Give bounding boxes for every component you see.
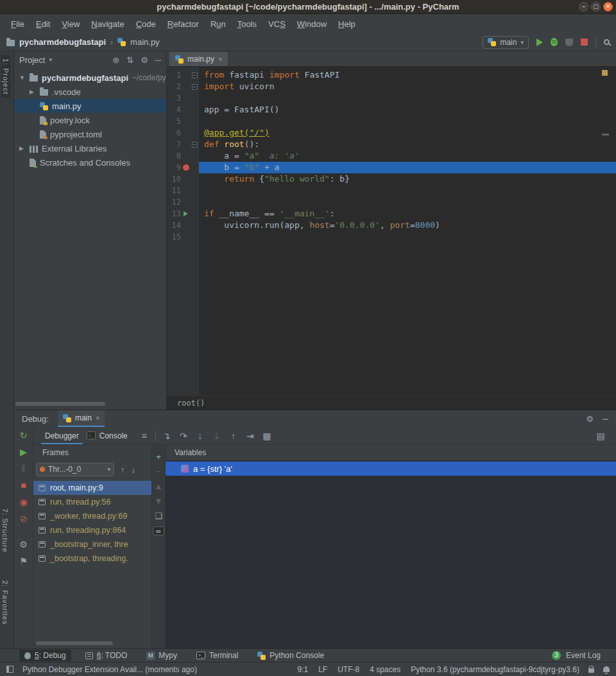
view-tab-debugger[interactable]: Debugger	[41, 427, 83, 444]
toolwindow-5-debug[interactable]: 5: Debug	[19, 650, 71, 661]
notifications-bell-icon[interactable]	[603, 666, 610, 672]
code-editor[interactable]: 1−from fastapi import FastAPI2−import uv…	[167, 67, 616, 395]
frame-row[interactable]: run, thread.py:56	[33, 495, 151, 509]
frame-row[interactable]: _bootstrap_inner, thre	[33, 537, 151, 551]
frame-down-icon[interactable]: ↓	[132, 465, 136, 474]
status-lf[interactable]: LF	[318, 665, 327, 674]
frame-row[interactable]: run, threading.py:864	[33, 523, 151, 537]
code-line-8[interactable]: 8 a = "a" a: 'a'	[167, 150, 616, 162]
toolwindow-toggle-icon[interactable]	[6, 666, 13, 673]
view-tab-console[interactable]: ›_Console	[83, 427, 132, 444]
rerun-icon[interactable]: ↻	[20, 431, 28, 440]
settings-icon[interactable]: ⚙	[19, 540, 28, 549]
status-python[interactable]: Python 3.6 (pycharmdebugfastapi-9cdjtyrg…	[411, 665, 579, 674]
show-execution-point-icon[interactable]: ↴	[159, 431, 175, 440]
coverage-button[interactable]	[565, 39, 573, 46]
force-step-into-icon[interactable]: ⇣	[209, 431, 225, 440]
tree-arrow-icon[interactable]: ▶	[19, 145, 30, 152]
code-line-6[interactable]: 6@app.get("/")	[167, 127, 616, 139]
tree-item-poetry-lock[interactable]: poetry.lock	[14, 113, 166, 127]
breadcrumb-file[interactable]: main.py	[130, 37, 160, 47]
tree-item-scratches-and-consoles[interactable]: Scratches and Consoles	[14, 155, 166, 169]
gutter-line-11[interactable]: 11	[167, 185, 199, 196]
tree-item--vscode[interactable]: ▶.vscode	[14, 85, 166, 99]
menu-help[interactable]: Help	[332, 19, 361, 29]
fold-icon[interactable]: −	[192, 73, 198, 78]
code-line-1[interactable]: 1−from fastapi import FastAPI	[167, 69, 616, 81]
restore-layout-icon[interactable]: ≡	[137, 431, 152, 440]
breakpoint-icon[interactable]	[183, 164, 189, 171]
minimize-button[interactable]: –	[579, 2, 588, 12]
thread-selector[interactable]: Thr...-0_0 ▾	[36, 463, 114, 476]
search-icon[interactable]	[604, 39, 610, 45]
run-button[interactable]	[536, 39, 543, 46]
frame-row[interactable]: _worker, thread.py:69	[33, 509, 151, 523]
code-line-9[interactable]: 9 b = "b" + a	[167, 162, 616, 173]
up-icon[interactable]: ▲	[155, 482, 163, 490]
layout-icon[interactable]: ▤	[593, 431, 608, 440]
lock-icon[interactable]	[588, 668, 594, 673]
step-into-icon[interactable]: ↓	[193, 431, 208, 440]
menu-file[interactable]: File	[5, 19, 30, 29]
gutter-line-2[interactable]: 2−	[167, 81, 199, 92]
pause-icon[interactable]: ‖	[22, 464, 26, 473]
code-line-14[interactable]: 14 uvicorn.run(app, host='0.0.0.0', port…	[167, 220, 616, 231]
remove-watch-icon[interactable]: −	[156, 467, 161, 476]
step-out-icon[interactable]: ↑	[226, 431, 241, 440]
code-line-11[interactable]: 11	[167, 185, 616, 196]
code-line-5[interactable]: 5	[167, 116, 616, 127]
horizontal-scrollbar[interactable]	[36, 641, 113, 645]
code-line-2[interactable]: 2−import uvicorn	[167, 81, 616, 92]
debug-button[interactable]	[551, 38, 558, 46]
status-4[interactable]: 4 spaces	[370, 665, 400, 674]
project-panel-title[interactable]: Project	[19, 55, 45, 65]
breakpoints-grid-icon[interactable]: ▦	[259, 431, 275, 440]
toolwindow-mypy[interactable]: MMypy	[141, 650, 182, 661]
copy-icon[interactable]: ❏	[155, 512, 162, 520]
down-icon[interactable]: ▼	[155, 497, 163, 505]
editor-tab-main-py[interactable]: main.py ×	[169, 52, 228, 66]
stop-button[interactable]	[581, 39, 588, 46]
toolwindow-6-todo[interactable]: 6: TODO	[80, 650, 133, 661]
status-9-1[interactable]: 9:1	[297, 665, 308, 674]
toolwindow-python-console[interactable]: Python Console	[252, 650, 329, 661]
horizontal-scrollbar[interactable]	[15, 402, 105, 406]
editor-breadcrumb-item[interactable]: root()	[177, 399, 205, 408]
gutter-line-13[interactable]: 13	[167, 208, 199, 220]
run-to-cursor-icon[interactable]: ⇥	[243, 431, 258, 440]
fold-icon[interactable]: −	[192, 84, 198, 90]
variable-row[interactable]: a = {str} 'a'	[166, 462, 616, 476]
code-line-7[interactable]: 7−def root():	[167, 139, 616, 150]
gutter-line-10[interactable]: 10	[167, 173, 199, 185]
gutter-line-7[interactable]: 7−	[167, 139, 199, 150]
hide-icon[interactable]: ─	[155, 56, 161, 64]
gutter-line-4[interactable]: 4	[167, 104, 199, 116]
pin-icon[interactable]: ⚑	[19, 557, 28, 566]
step-over-icon[interactable]: ↷	[176, 431, 191, 440]
stripe-button-project[interactable]: 1: Project	[1, 55, 10, 98]
gutter-line-5[interactable]: 5	[167, 116, 199, 127]
code-line-3[interactable]: 3	[167, 92, 616, 104]
tab-close-icon[interactable]: ×	[218, 55, 222, 63]
menu-code[interactable]: Code	[130, 19, 162, 29]
close-button[interactable]: ✕	[603, 2, 613, 12]
gutter-line-3[interactable]: 3	[167, 92, 199, 104]
settings-icon[interactable]: ⚙	[586, 415, 594, 423]
chevron-down-icon[interactable]: ▾	[49, 56, 52, 63]
variables-list[interactable]: a = {str} 'a'	[166, 460, 616, 648]
status-message[interactable]: Python Debugger Extension Avail... (mome…	[22, 665, 197, 674]
menu-window[interactable]: Window	[291, 19, 332, 29]
inspection-marker-icon[interactable]	[602, 70, 608, 76]
event-log-group[interactable]: 3 Event Log	[552, 651, 610, 660]
stop-icon[interactable]: ■	[21, 481, 26, 490]
event-log-button[interactable]: Event Log	[566, 651, 601, 660]
collapse-all-icon[interactable]: ⇅	[126, 56, 133, 64]
mute-breakpoints-icon[interactable]: ⊘	[20, 514, 28, 523]
watches-icon[interactable]: ∞	[153, 526, 164, 535]
settings-icon[interactable]: ⚙	[141, 56, 148, 64]
stripe-button-favorites[interactable]: 2: Favorites	[1, 580, 9, 625]
gutter-line-15[interactable]: 15	[167, 231, 199, 243]
tree-item-pycharmdebugfastapi[interactable]: ▼pycharmdebugfastapi~/code/pycharmdebugf…	[14, 71, 166, 85]
code-line-13[interactable]: 13if __name__ == '__main__':	[167, 208, 616, 220]
frame-up-icon[interactable]: ↑	[121, 465, 125, 474]
